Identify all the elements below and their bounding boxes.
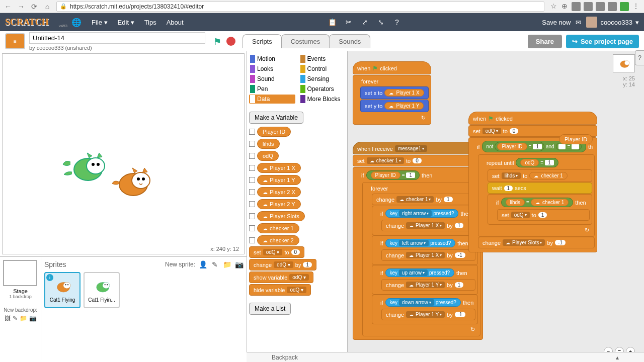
home-button[interactable]: ⌂ bbox=[43, 3, 51, 11]
variable-pill[interactable]: checker 1 bbox=[257, 223, 299, 233]
variable-pill[interactable]: odQ bbox=[257, 151, 279, 161]
backdrop-camera-icon[interactable]: 📷 bbox=[29, 315, 37, 322]
checkbox[interactable] bbox=[249, 129, 255, 135]
make-variable-button[interactable]: Make a Variable bbox=[249, 112, 303, 124]
show-var-block[interactable]: show variableodQ ▾ bbox=[249, 272, 313, 283]
set-var-block[interactable]: setodQ ▾to0 bbox=[249, 246, 304, 258]
wait-block[interactable]: wait1secs bbox=[488, 183, 592, 194]
back-button[interactable]: ← bbox=[4, 3, 12, 11]
checkbox[interactable] bbox=[249, 225, 255, 231]
backdrop-library-icon[interactable]: 🖼 bbox=[5, 315, 11, 322]
extension-icon[interactable] bbox=[620, 2, 629, 11]
scratch-logo[interactable]: SCRATCH bbox=[5, 17, 49, 28]
category-looks[interactable]: Looks bbox=[249, 64, 295, 73]
save-now[interactable]: Save now bbox=[542, 19, 571, 26]
scripts-area[interactable]: x: 25y: 14 when⚑clicked forever set x to… bbox=[347, 51, 644, 360]
category-motion[interactable]: Motion bbox=[249, 54, 295, 63]
variable-pill[interactable]: lihds bbox=[257, 139, 280, 149]
variable-pill[interactable]: Player 1 X bbox=[257, 163, 301, 173]
make-list-button[interactable]: Make a List bbox=[249, 303, 291, 315]
sprite-camera-icon[interactable]: 📷 bbox=[234, 260, 244, 269]
checkbox[interactable] bbox=[249, 165, 255, 171]
checkbox[interactable] bbox=[249, 189, 255, 195]
stamp-icon[interactable]: 📋 bbox=[328, 17, 338, 27]
stage-selector[interactable]: Stage 1 backdrop New backdrop: 🖼 ✎ 📁 📷 bbox=[0, 257, 41, 360]
extension-icon[interactable] bbox=[596, 2, 605, 11]
reload-button[interactable]: ⟳ bbox=[30, 3, 38, 11]
stop-button[interactable] bbox=[226, 37, 235, 46]
repeat-until-block[interactable]: repeat untilodQ = 1 setlihds ▾tochecker … bbox=[478, 154, 595, 237]
shrink-icon[interactable]: ⤡ bbox=[376, 17, 386, 27]
stage[interactable]: x: 240 y: 12 bbox=[2, 53, 245, 254]
help-icon[interactable]: ? bbox=[392, 17, 402, 27]
tab-sounds[interactable]: Sounds bbox=[329, 34, 370, 48]
variable-pill[interactable]: Player ID bbox=[257, 127, 291, 137]
variable-pill[interactable]: Player 2 Y bbox=[257, 199, 301, 209]
change-checker-block[interactable]: changechecker 1 ▾by1 bbox=[372, 194, 478, 205]
help-tab[interactable]: ? bbox=[635, 50, 644, 65]
menu-about[interactable]: About bbox=[163, 17, 188, 28]
language-globe-icon[interactable]: 🌐 bbox=[71, 18, 82, 27]
menu-icon[interactable]: ⋮ bbox=[632, 2, 640, 10]
variable-pill[interactable]: Player 2 X bbox=[257, 187, 301, 197]
grow-icon[interactable]: ⤢ bbox=[360, 17, 370, 27]
set-x-block[interactable]: set x toPlayer 1 X bbox=[360, 86, 429, 99]
script-stack-2[interactable]: when I receivemessage1 ▾ setchecker 1 ▾t… bbox=[353, 142, 483, 340]
if-left-arrow[interactable]: ifkey left arrow ▾ pressed?then changePl… bbox=[372, 235, 478, 265]
checkbox[interactable] bbox=[249, 213, 255, 219]
change-var-block[interactable]: changeodQ ▾by1 bbox=[249, 259, 316, 270]
category-sound[interactable]: Sound bbox=[249, 74, 295, 83]
if-block[interactable]: if Player ID = 1 then forever changechec… bbox=[353, 167, 483, 340]
backpack-bar[interactable]: Backpack ▴ bbox=[247, 352, 644, 362]
sprite-upload-icon[interactable]: 📁 bbox=[222, 260, 231, 269]
user-menu[interactable]: coocoo333 ▾ bbox=[586, 17, 639, 28]
category-events[interactable]: Events bbox=[299, 54, 346, 63]
sprite-info-icon[interactable]: i bbox=[46, 274, 53, 281]
sprite-paint-icon[interactable]: ✎ bbox=[210, 260, 219, 269]
hide-var-block[interactable]: hide variableodQ ▾ bbox=[249, 284, 311, 296]
hat-when-flag-clicked[interactable]: when⚑clicked bbox=[353, 61, 431, 74]
sprite-item-cat1[interactable]: i Cat1 Flying bbox=[44, 272, 80, 308]
green-flag-button[interactable]: ⚑ bbox=[213, 36, 223, 46]
sprite-library-icon[interactable]: 👤 bbox=[198, 260, 207, 269]
equals-condition[interactable]: Player ID = 1 bbox=[366, 170, 420, 180]
category-pen[interactable]: Pen bbox=[249, 84, 295, 94]
extension-icon[interactable] bbox=[608, 2, 617, 11]
share-button[interactable]: Share bbox=[528, 35, 562, 48]
hat-when-receive[interactable]: when I receivemessage1 ▾ bbox=[353, 142, 483, 154]
stage-thumb[interactable] bbox=[3, 260, 37, 286]
checkbox[interactable] bbox=[249, 153, 255, 159]
set-y-block[interactable]: set y toPlayer 1 Y bbox=[360, 100, 429, 112]
if-not-and-block[interactable]: if not Player ID = 1 and = th repeat unt… bbox=[468, 137, 597, 252]
category-data[interactable]: Data bbox=[249, 95, 295, 104]
floating-variable[interactable]: Player ID bbox=[559, 134, 593, 144]
script-stack-1[interactable]: when⚑clicked forever set x toPlayer 1 X … bbox=[353, 61, 431, 125]
extension-icon[interactable] bbox=[584, 2, 593, 11]
category-operators[interactable]: Operators bbox=[299, 84, 346, 94]
star-icon[interactable]: ☆ bbox=[549, 2, 557, 10]
variable-pill[interactable]: Player Slots bbox=[257, 211, 305, 221]
backdrop-paint-icon[interactable]: ✎ bbox=[13, 315, 18, 322]
forward-button[interactable]: → bbox=[17, 3, 25, 11]
forever-block[interactable]: forever changechecker 1 ▾by1 ifkey right… bbox=[362, 182, 480, 336]
url-bar[interactable]: 🔒 https://scratch.mit.edu/projects/13803… bbox=[56, 2, 544, 12]
hat-when-flag-clicked[interactable]: when⚑clicked bbox=[468, 112, 597, 125]
menu-edit[interactable]: Edit ▾ bbox=[114, 17, 138, 28]
mail-icon[interactable]: ✉ bbox=[576, 19, 581, 26]
if-lihds-checker[interactable]: iflihds = checker 1then setodQ ▾to1 bbox=[488, 194, 592, 225]
menu-file[interactable]: File ▾ bbox=[88, 17, 112, 28]
change-player-slots[interactable]: changePlayer Slots ▾by-1 bbox=[478, 237, 595, 248]
project-title-input[interactable] bbox=[29, 32, 205, 44]
if-down-arrow[interactable]: ifkey down arrow ▾ pressed?then changePl… bbox=[372, 295, 478, 324]
sprite-item-cat2[interactable]: Cat1 Flyin... bbox=[84, 272, 120, 308]
if-up-arrow[interactable]: ifkey up arrow ▾ pressed?then changePlay… bbox=[372, 265, 478, 295]
checkbox[interactable] bbox=[249, 201, 255, 207]
checkbox[interactable] bbox=[249, 237, 255, 243]
variable-pill[interactable]: Player 1 Y bbox=[257, 175, 301, 185]
checkbox[interactable] bbox=[249, 141, 255, 147]
variable-pill[interactable]: checker 2 bbox=[257, 235, 299, 245]
tab-costumes[interactable]: Costumes bbox=[281, 34, 330, 48]
set-checker1-block[interactable]: setchecker 1 ▾to0 bbox=[353, 155, 483, 166]
backdrop-upload-icon[interactable]: 📁 bbox=[20, 315, 27, 322]
tab-scripts[interactable]: Scripts bbox=[243, 34, 282, 48]
